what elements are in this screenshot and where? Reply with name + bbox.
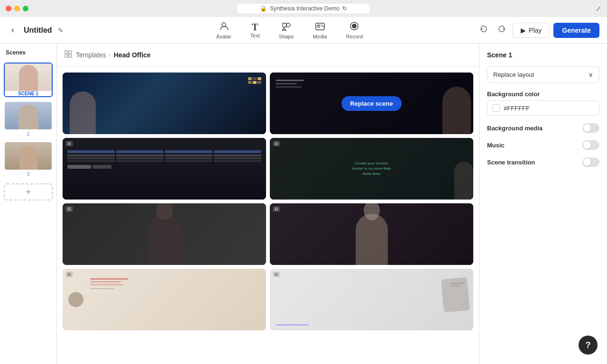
templates-header: Templates › Head Office	[57, 44, 479, 67]
refresh-icon[interactable]: ↻	[342, 5, 347, 12]
svg-rect-8	[65, 51, 68, 54]
text-label: Text	[250, 33, 260, 38]
avatar-icon	[219, 21, 229, 33]
templates-grid: Replace scene ⊟	[57, 67, 479, 364]
text-icon: T	[252, 22, 258, 32]
nav-templates-link[interactable]: Templates	[76, 51, 106, 59]
template-card-4[interactable]: ⊟ Create your sectiondivider in no more …	[270, 138, 473, 200]
generate-button[interactable]: Generate	[553, 23, 599, 38]
tool-record[interactable]: Record	[342, 19, 367, 41]
scene-transition-label: Scene transition	[487, 159, 535, 166]
avatar-label: Avatar	[216, 34, 231, 39]
template-card-8[interactable]: ⊟	[270, 269, 473, 330]
music-label: Music	[487, 142, 505, 149]
music-toggle-thumb	[583, 141, 591, 149]
template-card-2[interactable]: Replace scene	[270, 73, 473, 134]
help-button[interactable]: ?	[579, 336, 598, 355]
right-panel: Scene 1 Replace layout ∨ Background colo…	[479, 44, 607, 364]
toolbar: ‹ Untitled ✎ Avatar T Text Shape	[0, 17, 607, 44]
template-card-7[interactable]: ⊟	[63, 269, 266, 330]
bg-media-toggle-thumb	[583, 124, 591, 132]
titlebar: 🔒 Synthesia Interactive Demo ↻ ⤢	[0, 0, 607, 17]
play-button[interactable]: ▶ Play	[513, 23, 550, 38]
layout-chevron-icon: ∨	[589, 71, 593, 78]
undo-button[interactable]	[477, 23, 491, 37]
svg-point-4	[317, 25, 320, 27]
music-section: Music	[487, 140, 599, 150]
layout-label: Replace layout	[493, 71, 534, 78]
svg-rect-11	[69, 55, 72, 57]
template-card-6[interactable]: ⊟	[270, 203, 473, 265]
music-toggle-row: Music	[487, 140, 599, 150]
tool-text[interactable]: T Text	[247, 20, 264, 40]
shape-icon	[281, 21, 292, 33]
bg-color-section: Background color #FFFFFF	[487, 91, 599, 116]
scene-3-preview	[5, 142, 52, 170]
replace-scene-button[interactable]: Replace scene	[341, 96, 401, 111]
scene-1-title: Scene 1	[487, 51, 599, 59]
expand-icon[interactable]: ⤢	[596, 5, 601, 12]
sidebar: Scenes SCENE 1 2	[0, 44, 57, 364]
url-bar[interactable]: 🔒 Synthesia Interactive Demo ↻	[237, 4, 370, 13]
toolbar-left: ‹ Untitled ✎	[8, 23, 102, 37]
main-content: Scenes SCENE 1 2	[0, 44, 607, 364]
scene-2-preview	[5, 102, 52, 129]
play-icon: ▶	[521, 27, 526, 34]
scene-thumb-2[interactable]: 2	[4, 101, 53, 137]
bg-media-section: Background media	[487, 123, 599, 133]
bg-media-toggle-row: Background media	[487, 123, 599, 133]
templates-grid-icon	[64, 50, 72, 60]
redo-button[interactable]	[495, 23, 509, 37]
minimize-dot[interactable]	[14, 6, 20, 11]
replace-overlay-2: Replace scene	[270, 73, 473, 134]
svg-rect-1	[283, 23, 286, 27]
window-controls[interactable]	[6, 6, 28, 11]
tool-shape[interactable]: Shape	[275, 19, 298, 41]
canvas-area: Insert here Add sub-head... YOUR LOGO	[57, 44, 479, 364]
scene-transition-section: Scene transition	[487, 157, 599, 167]
lock-icon: 🔒	[260, 5, 267, 12]
nav-arrow-icon: ›	[109, 52, 111, 58]
scene-thumb-3[interactable]: 3	[4, 141, 53, 178]
bg-media-toggle[interactable]	[582, 123, 599, 133]
color-swatch	[492, 104, 500, 112]
bg-media-label: Background media	[487, 125, 543, 132]
template-card-1[interactable]	[63, 73, 266, 134]
app-container: ‹ Untitled ✎ Avatar T Text Shape	[0, 17, 607, 364]
url-text: Synthesia Interactive Demo	[270, 5, 340, 12]
color-value: #FFFFFF	[504, 105, 594, 112]
back-button[interactable]: ‹	[8, 23, 18, 37]
close-dot[interactable]	[6, 6, 11, 11]
edit-title-icon[interactable]: ✎	[58, 27, 64, 34]
add-scene-icon: +	[26, 187, 31, 198]
nav-active-label: Head Office	[114, 51, 151, 59]
scene-3-label: 3	[5, 171, 52, 177]
layout-dropdown[interactable]: Replace layout ∨	[487, 66, 599, 83]
scenes-label: Scenes	[4, 49, 53, 59]
media-label: Media	[313, 34, 327, 39]
template-card-5[interactable]: ⊟	[63, 203, 266, 265]
svg-point-5	[352, 24, 357, 28]
svg-point-0	[222, 23, 226, 27]
tool-avatar[interactable]: Avatar	[212, 19, 235, 41]
color-input-row[interactable]: #FFFFFF	[487, 100, 599, 116]
toolbar-tools: Avatar T Text Shape Media	[102, 19, 477, 41]
templates-breadcrumb: Templates › Head Office	[76, 51, 151, 59]
record-icon	[349, 21, 359, 33]
svg-point-2	[286, 23, 290, 27]
scene-transition-toggle-row: Scene transition	[487, 157, 599, 167]
maximize-dot[interactable]	[23, 6, 28, 11]
music-toggle[interactable]	[582, 140, 599, 150]
layout-section: Replace layout ∨	[487, 66, 599, 83]
template-card-3[interactable]: ⊟	[63, 138, 266, 200]
svg-rect-10	[65, 55, 68, 57]
scene-thumb-1[interactable]: SCENE 1	[4, 63, 53, 97]
bg-color-label: Background color	[487, 91, 599, 98]
help-icon: ?	[586, 340, 591, 350]
scene-transition-toggle-thumb	[583, 158, 591, 166]
add-scene-button[interactable]: +	[4, 183, 53, 200]
scene-1-preview	[5, 64, 52, 91]
tool-media[interactable]: Media	[309, 19, 331, 41]
scene-transition-toggle[interactable]	[582, 157, 599, 167]
templates-panel: Templates › Head Office	[57, 44, 479, 364]
